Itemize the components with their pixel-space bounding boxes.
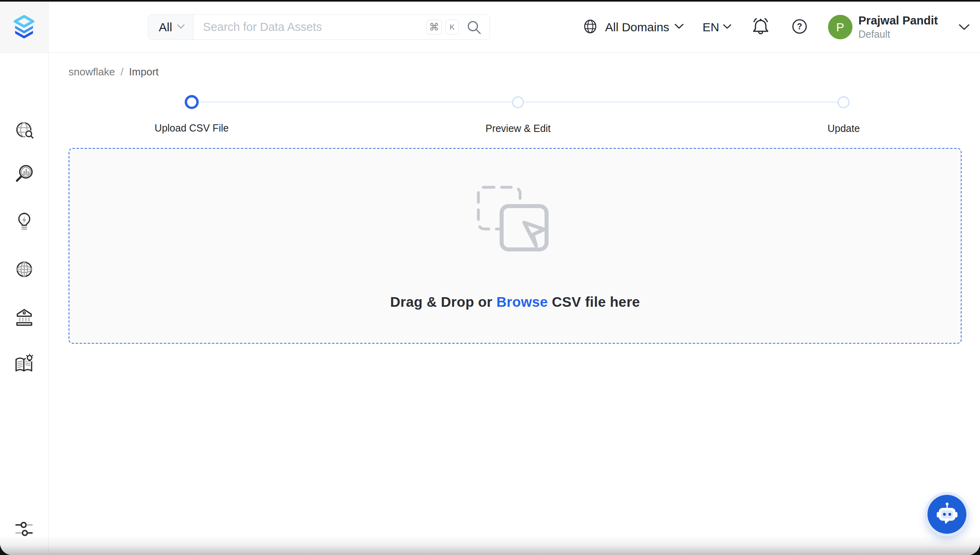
sidebar-item-settings[interactable] [13,519,35,541]
app-logo[interactable] [0,2,49,53]
breadcrumb-separator: / [121,66,124,78]
import-stepper: Upload CSV File Preview & Edit Update [69,95,962,143]
breadcrumb-item-current: Import [129,66,159,78]
search-input[interactable] [193,15,426,39]
step-label: Upload CSV File [155,122,229,134]
user-menu[interactable]: P Prajwal Pandit Default [828,14,970,40]
main-content: snowflake / Import Upload CSV File Previ… [49,53,980,555]
header-actions: All Domains EN [581,2,970,53]
breadcrumb-item-service[interactable]: snowflake [69,66,115,78]
bell-icon [750,16,771,38]
stepper-step-preview: Preview & Edit [486,95,551,134]
k-key-badge: K [445,20,459,34]
step-indicator-active [185,95,199,109]
step-indicator-pending [838,96,850,108]
browse-link[interactable]: Browse [496,294,548,310]
sidebar-item-insights[interactable] [13,211,35,233]
governance-bank-icon [13,306,35,330]
chatbot-robot-icon [935,501,960,527]
chatbot-button[interactable] [927,495,966,534]
chevron-down-icon [723,24,731,31]
search-icon[interactable] [466,19,482,36]
left-sidebar [0,53,49,555]
cmd-key-badge: ⌘ [426,20,442,34]
user-workspace: Default [859,28,938,40]
layers-logo-icon [11,14,37,41]
question-mark-icon: ? [790,17,809,37]
search-scope-label: All [159,20,172,34]
breadcrumb: snowflake / Import [69,66,159,78]
insights-lightbulb-icon [13,210,35,233]
observability-magnifier-chart-icon [13,163,35,186]
domains-globe-icon [13,258,35,282]
language-label: EN [703,20,719,34]
dropzone-text-suffix: CSV file here [548,294,640,310]
csv-dropzone[interactable]: Drag & Drop or Browse CSV file here [69,148,962,344]
step-label: Update [828,123,860,134]
svg-text:?: ? [797,22,802,31]
sidebar-item-observability[interactable] [13,164,35,186]
sidebar-item-domains[interactable] [13,259,35,281]
notifications-button[interactable] [750,16,771,38]
sidebar-item-knowledge[interactable] [13,354,35,376]
settings-sliders-icon [14,520,35,539]
stepper-step-upload: Upload CSV File [155,95,229,134]
globe-icon [581,17,600,38]
chevron-down-icon [674,24,684,31]
user-name: Prajwal Pandit [859,14,938,27]
avatar: P [828,15,852,39]
search-scope-dropdown[interactable]: All [148,15,193,39]
explore-globe-search-icon [13,119,35,142]
dropzone-text-prefix: Drag & Drop or [390,294,496,310]
sidebar-item-explore[interactable] [13,120,35,142]
chevron-down-icon [177,24,185,31]
step-label: Preview & Edit [486,123,551,134]
step-indicator-pending [512,96,524,108]
global-search-bar[interactable]: All ⌘ K [148,14,490,40]
app-window: All ⌘ K [0,2,980,555]
stepper-step-update: Update [828,95,860,134]
sidebar-item-governance[interactable] [13,307,35,329]
knowledge-book-icon [13,353,35,377]
help-button[interactable]: ? [790,17,809,37]
language-selector[interactable]: EN [703,20,731,34]
domain-selector[interactable]: All Domains [581,17,684,38]
domain-selector-label: All Domains [605,20,669,34]
top-header: All ⌘ K [0,2,980,53]
dropzone-instruction: Drag & Drop or Browse CSV file here [390,294,640,310]
file-upload-cursor-icon [475,184,555,259]
chevron-down-icon [959,24,970,30]
